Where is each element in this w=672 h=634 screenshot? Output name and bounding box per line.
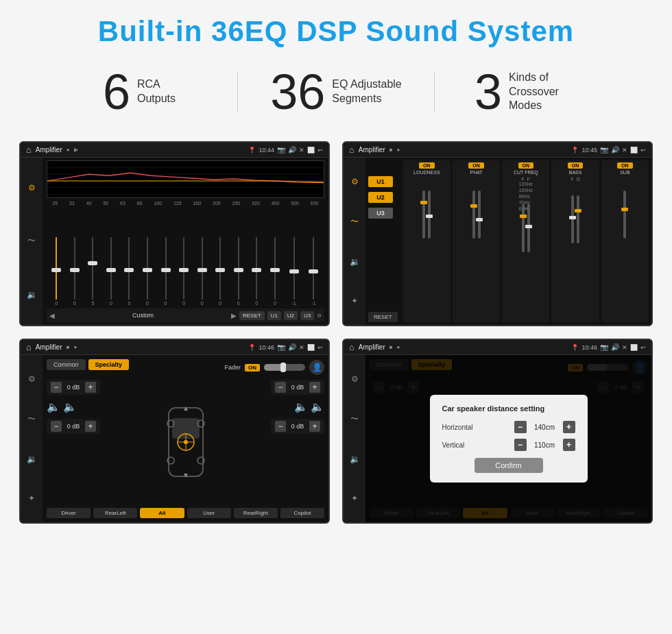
- confirm-button[interactable]: Confirm: [475, 458, 543, 473]
- u1-btn[interactable]: U1: [267, 311, 281, 320]
- speaker-icon-2[interactable]: 🔉: [350, 257, 360, 267]
- slider-200[interactable]: 0: [219, 237, 221, 306]
- back-icon-dist[interactable]: ↩: [640, 344, 646, 351]
- wave-icon-2[interactable]: 〜: [350, 216, 359, 228]
- vertical-plus[interactable]: +: [563, 439, 575, 451]
- vol-rr-plus[interactable]: +: [309, 421, 320, 432]
- reset-btn-cross[interactable]: RESET: [368, 312, 398, 322]
- home-icon-cross[interactable]: ⌂: [349, 145, 355, 155]
- slider-80[interactable]: 0: [146, 237, 149, 306]
- cross-icon-3[interactable]: ✦: [28, 493, 35, 503]
- horizontal-plus[interactable]: +: [563, 421, 575, 433]
- home-icon-eq[interactable]: ⌂: [26, 145, 32, 155]
- vol-fr-minus[interactable]: −: [275, 382, 286, 393]
- prev-btn[interactable]: ◀: [49, 312, 55, 319]
- u3-btn[interactable]: U3: [300, 311, 314, 320]
- vol-rl-minus[interactable]: −: [51, 421, 62, 432]
- back-icon-eq[interactable]: ↩: [317, 147, 323, 154]
- close-icon-cross[interactable]: ✕: [622, 147, 627, 154]
- sub-slider-1[interactable]: [623, 191, 626, 239]
- slider-630[interactable]: -1: [311, 237, 315, 306]
- preset-u1[interactable]: U1: [368, 176, 393, 187]
- slider-125[interactable]: 0: [182, 237, 185, 306]
- dialog-title: Car speaker distance setting: [442, 404, 575, 413]
- btn-all[interactable]: All: [140, 508, 184, 518]
- vol-fl-plus[interactable]: +: [85, 382, 96, 393]
- bass-slider-2[interactable]: [577, 195, 579, 243]
- horizontal-minus[interactable]: −: [514, 421, 527, 433]
- fader-toggle[interactable]: ON: [245, 364, 260, 371]
- back-icon-cross[interactable]: ↩: [640, 147, 646, 154]
- cross-icon-4[interactable]: ✦: [351, 493, 358, 503]
- slider-63[interactable]: 0: [128, 237, 131, 306]
- vol-fr-plus[interactable]: +: [309, 382, 320, 393]
- vol-fr: − 0 dB +: [271, 380, 324, 395]
- next-btn[interactable]: ▶: [231, 312, 237, 319]
- stat-eq-number: 36: [270, 67, 325, 117]
- vertical-minus[interactable]: −: [514, 439, 527, 451]
- slider-100[interactable]: 0: [165, 237, 167, 306]
- eq-icon[interactable]: ⚙: [28, 183, 36, 193]
- close-icon-eq[interactable]: ✕: [299, 147, 304, 154]
- more-icon[interactable]: »: [317, 310, 322, 320]
- slider-50[interactable]: 0: [110, 237, 112, 306]
- preset-u3[interactable]: U3: [368, 208, 393, 219]
- eq-icon-2[interactable]: ⚙: [351, 177, 359, 186]
- toggle-bass[interactable]: ON: [568, 162, 584, 169]
- toggle-loudness[interactable]: ON: [419, 162, 435, 169]
- crossover-sidebar: ⚙ 〜 🔉 ✦: [344, 158, 365, 325]
- loudness-slider-1[interactable]: [422, 191, 425, 239]
- speaker-icon-4[interactable]: 🔉: [350, 454, 360, 464]
- toggle-cutfreq[interactable]: ON: [518, 162, 534, 169]
- slider-320[interactable]: 0: [255, 237, 258, 306]
- vol-fl-minus[interactable]: −: [51, 382, 62, 393]
- back-icon-spk[interactable]: ↩: [317, 344, 323, 351]
- btn-copilot[interactable]: Copilot: [280, 508, 324, 518]
- home-icon-spk[interactable]: ⌂: [26, 342, 32, 352]
- tab-specialty-spk[interactable]: Specialty: [88, 359, 130, 370]
- loudness-slider-2[interactable]: [428, 191, 431, 239]
- slider-160[interactable]: 0: [201, 237, 204, 306]
- camera-icon-eq: 📷: [277, 146, 285, 154]
- speaker-rr-icon: 🔈: [311, 400, 324, 413]
- slider-32[interactable]: 0: [73, 237, 76, 306]
- vol-rl-plus[interactable]: +: [85, 421, 96, 432]
- fader-slider[interactable]: [264, 364, 305, 371]
- slider-250[interactable]: 0: [237, 237, 240, 306]
- cutfreq-slider-1[interactable]: [522, 204, 525, 252]
- u2-btn[interactable]: U2: [284, 311, 298, 320]
- cross-icon-2[interactable]: ✦: [351, 296, 358, 306]
- slider-40[interactable]: 5: [91, 237, 94, 306]
- wave-icon-3[interactable]: 〜: [27, 413, 36, 425]
- vol-rr-minus[interactable]: −: [275, 421, 286, 432]
- home-icon-dist[interactable]: ⌂: [349, 342, 355, 352]
- btn-driver[interactable]: Driver: [47, 508, 91, 518]
- slider-500[interactable]: -1: [291, 237, 296, 306]
- reset-btn[interactable]: RESET: [239, 311, 265, 320]
- phat-slider-2[interactable]: [478, 191, 481, 239]
- preset-u2[interactable]: U2: [368, 192, 393, 203]
- profile-btn[interactable]: 👤: [309, 360, 324, 375]
- panel-loudness: ON LOUDNESS: [403, 160, 451, 322]
- wave-icon-4[interactable]: 〜: [350, 413, 359, 425]
- speaker-icon[interactable]: 🔉: [27, 290, 37, 300]
- btn-rearleft-2[interactable]: RearRight: [234, 508, 278, 518]
- speaker-bottom: Driver RearLeft All User RearRight Copil…: [47, 508, 324, 518]
- toggle-phat[interactable]: ON: [468, 162, 484, 169]
- btn-user[interactable]: User: [187, 508, 231, 518]
- btn-rearleft[interactable]: RearLeft: [93, 508, 137, 518]
- slider-400[interactable]: 0: [274, 237, 276, 306]
- slider-25[interactable]: 0: [55, 237, 58, 306]
- bass-slider-1[interactable]: [571, 195, 574, 243]
- phat-slider-1[interactable]: [472, 191, 475, 239]
- close-icon-dist[interactable]: ✕: [622, 344, 627, 351]
- toggle-sub[interactable]: ON: [617, 162, 633, 169]
- stat-rca-number: 6: [103, 67, 130, 117]
- eq-icon-3[interactable]: ⚙: [28, 374, 36, 384]
- cutfreq-slider-2[interactable]: [527, 204, 530, 252]
- wave-icon[interactable]: 〜: [27, 235, 36, 247]
- close-icon-spk[interactable]: ✕: [299, 344, 304, 351]
- eq-icon-4[interactable]: ⚙: [351, 374, 359, 384]
- tab-common-spk[interactable]: Common: [47, 359, 86, 370]
- speaker-icon-3[interactable]: 🔉: [27, 454, 37, 464]
